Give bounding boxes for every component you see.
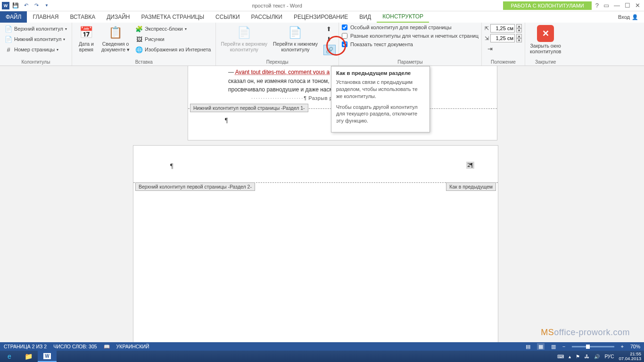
goto-header-icon: 📄 <box>237 25 252 40</box>
taskbar-word-icon[interactable]: W <box>38 351 57 362</box>
volume-icon[interactable]: 🔊 <box>594 354 600 359</box>
tooltip-text: Чтобы создать другой колонтитул для теку… <box>336 104 425 125</box>
ribbon-tabs: ФАЙЛ ГЛАВНАЯ ВСТАВКА ДИЗАЙН РАЗМЕТКА СТР… <box>0 11 644 23</box>
redo-icon[interactable]: ↷ <box>32 1 41 10</box>
quick-parts-button[interactable]: 🧩Экспресс-блоки ▾ <box>133 24 213 33</box>
zoom-out-button[interactable]: − <box>562 344 565 349</box>
pictures-button[interactable]: 🖼Рисунки <box>133 34 213 44</box>
group-label: Переходы <box>219 58 335 65</box>
taskbar-ie-icon[interactable]: e <box>0 351 19 362</box>
calendar-icon: 📅 <box>79 25 94 40</box>
user-icon: 👤 <box>632 14 638 20</box>
goto-footer-button[interactable]: 📄 Перейти к нижнемуколонтитулу <box>271 24 320 53</box>
tab-insert[interactable]: ВСТАВКА <box>64 11 101 23</box>
ribbon-options-icon[interactable]: ▭ <box>603 2 609 9</box>
spellcheck-icon[interactable]: 📖 <box>104 344 110 350</box>
zoom-level[interactable]: 70% <box>630 344 640 349</box>
different-first-page-checkbox[interactable]: Особый колонтитул для первой страницы <box>342 24 479 31</box>
doc-info-button[interactable]: 📋 Сведения одокументе ▾ <box>99 24 132 53</box>
view-print-layout-icon[interactable]: ▦ <box>537 343 545 350</box>
page-number-button[interactable]: #Номер страницы ▾ <box>3 45 69 54</box>
qat-dropdown-icon[interactable]: ▼ <box>42 1 51 10</box>
network-icon[interactable]: 🖧 <box>585 354 589 359</box>
footer-tag-section1: Нижний колонтитул первой страницы -Разде… <box>190 104 308 112</box>
next-section-button[interactable]: ⬇ <box>323 34 336 44</box>
header-from-top-spinner[interactable]: ⇱▲▼ <box>485 24 522 33</box>
tab-constructor[interactable]: КОНСТРУКТОР <box>377 11 429 23</box>
tab-view[interactable]: ВИД <box>354 11 377 23</box>
title-bar: W 💾 ↶ ↷ ▼ простой текст - Word РАБОТА С … <box>0 0 644 11</box>
group-close: ✕ Закрыть окноколонтитулов Закрытие <box>525 23 566 66</box>
taskbar: e 📁 W ⌨ ▴ ⚑ 🖧 🔊 РУС 21:55 07.04.2013 <box>0 351 644 362</box>
tray-up-icon[interactable]: ▴ <box>569 354 571 359</box>
page-2: ¶ 2¶ Верхний колонтитул первой страницы … <box>133 145 498 342</box>
different-odd-even-checkbox[interactable]: Разные колонтитулы для четных и нечетных… <box>342 33 479 39</box>
view-web-layout-icon[interactable]: ▥ <box>551 344 556 349</box>
status-page[interactable]: СТРАНИЦА 2 ИЗ 2 <box>4 344 47 349</box>
down-arrow-icon[interactable]: ▼ <box>516 28 522 33</box>
link-previous-icon: 🔗 <box>326 46 333 54</box>
flag-icon[interactable]: ⚑ <box>576 354 580 359</box>
sign-in-link[interactable]: Вход 👤 <box>612 11 644 23</box>
window-title: простой текст - Word <box>51 3 503 8</box>
close-header-footer-button[interactable]: ✕ Закрыть окноколонтитулов <box>528 24 563 55</box>
online-picture-icon: 🌐 <box>135 46 143 53</box>
link-to-previous-tooltip: Как в предыдущем разделе Установка связи… <box>331 66 430 132</box>
document-info-icon: 📋 <box>108 25 123 40</box>
hash-icon: # <box>5 46 12 53</box>
up-arrow-icon[interactable]: ▲ <box>516 34 522 38</box>
help-icon[interactable]: ? <box>595 2 599 9</box>
picture-icon: 🖼 <box>135 35 143 43</box>
header-button[interactable]: 📄Верхний колонтитул ▾ <box>3 24 69 33</box>
undo-icon[interactable]: ↶ <box>22 1 30 10</box>
tab-layout[interactable]: РАЗМЕТКА СТРАНИЦЫ <box>136 11 210 23</box>
footer-button[interactable]: 📄Нижний колонтитул ▾ <box>3 34 69 44</box>
show-document-text-checkbox[interactable]: Показать текст документа <box>342 41 479 48</box>
keyboard-icon[interactable]: ⌨ <box>557 354 564 359</box>
margin-top-icon: ⇱ <box>485 25 489 32</box>
tray-language[interactable]: РУС <box>604 354 614 359</box>
tab-mail[interactable]: РАССЫЛКИ <box>246 11 288 23</box>
status-word-count[interactable]: ЧИСЛО СЛОВ: 305 <box>53 344 97 349</box>
tooltip-title: Как в предыдущем разделе <box>336 70 425 76</box>
tab-home[interactable]: ГЛАВНАЯ <box>27 11 64 23</box>
document-area[interactable]: — Avant tout dites-moi, comment vous a с… <box>0 66 644 342</box>
down-arrow-icon[interactable]: ▼ <box>516 38 522 42</box>
contextual-tab-label: РАБОТА С КОЛОНТИТУЛАМИ <box>503 1 591 10</box>
save-icon[interactable]: 💾 <box>11 1 20 10</box>
status-language[interactable]: УКРАИНСКИЙ <box>116 344 149 349</box>
maximize-icon[interactable]: ☐ <box>625 2 630 9</box>
prev-icon: ⬆ <box>325 25 333 33</box>
quick-access-toolbar: W 💾 ↶ ↷ ▼ <box>0 1 51 10</box>
tab-review[interactable]: РЕЦЕНЗИРОВАНИЕ <box>288 11 354 23</box>
header-icon: 📄 <box>5 25 12 33</box>
view-read-mode-icon[interactable]: ▤ <box>526 344 530 349</box>
close-icon[interactable]: ✕ <box>635 2 640 9</box>
tab-file[interactable]: ФАЙЛ <box>0 11 27 23</box>
footer-from-bottom-spinner[interactable]: ⇲▲▼ <box>485 34 522 42</box>
taskbar-clock[interactable]: 21:55 07.04.2013 <box>619 352 641 361</box>
system-tray: ⌨ ▴ ⚑ 🖧 🔊 РУС 21:55 07.04.2013 <box>557 352 644 361</box>
minimize-icon[interactable]: — <box>614 2 620 9</box>
header-from-top-input[interactable] <box>490 24 515 33</box>
tab-refs[interactable]: ССЫЛКИ <box>210 11 245 23</box>
up-arrow-icon[interactable]: ▲ <box>516 24 522 28</box>
link-to-previous-button[interactable]: 🔗 <box>323 45 336 55</box>
page-number-field: 2¶ <box>466 162 474 169</box>
date-time-button[interactable]: 📅 Дата ивремя <box>75 24 98 53</box>
window-controls: ? ▭ — ☐ ✕ <box>592 2 644 9</box>
zoom-slider[interactable] <box>572 346 614 347</box>
margin-bottom-icon: ⇲ <box>485 35 489 41</box>
online-pictures-button[interactable]: 🌐Изображения из Интернета <box>133 45 213 54</box>
tab-design[interactable]: ДИЗАЙН <box>101 11 135 23</box>
insert-alignment-tab-button[interactable]: ⇥ <box>485 44 522 53</box>
taskbar-explorer-icon[interactable]: 📁 <box>19 351 38 362</box>
prev-section-button[interactable]: ⬆ <box>323 24 336 33</box>
footer-icon: 📄 <box>5 35 12 43</box>
watermark: MSoffice-prowork.com <box>541 328 630 337</box>
word-app-icon[interactable]: W <box>2 2 9 9</box>
footer-from-bottom-input[interactable] <box>490 34 515 42</box>
close-x-icon: ✕ <box>537 25 554 42</box>
ribbon: 📄Верхний колонтитул ▾ 📄Нижний колонтитул… <box>0 23 644 66</box>
zoom-in-button[interactable]: + <box>621 344 624 349</box>
